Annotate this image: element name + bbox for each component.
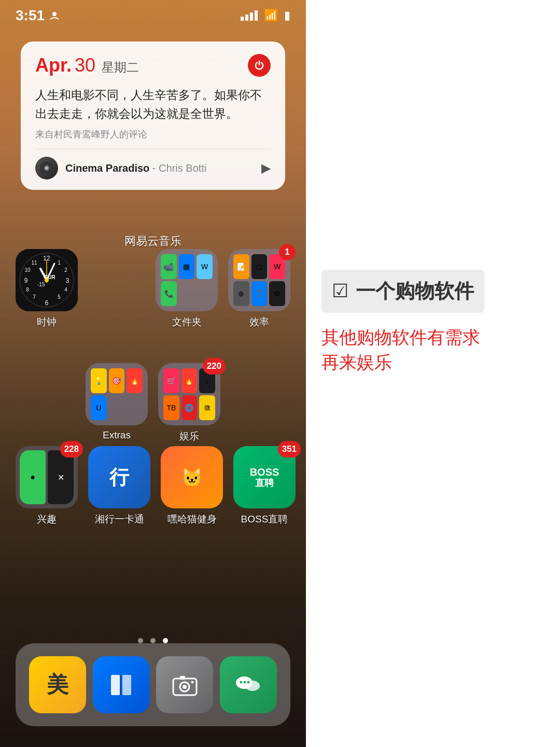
dock-item-meituan[interactable]: 美 [29, 656, 86, 713]
annotation-title: 一个购物软件 [356, 278, 474, 305]
wechat-svg [233, 669, 264, 700]
eff-mini-6: ⚙ [269, 281, 285, 306]
svg-text:3: 3 [66, 277, 69, 284]
person-icon [50, 11, 59, 20]
dock: 美 [16, 643, 290, 726]
app-item-clock[interactable]: 12 3 6 9 1 2 4 5 7 8 10 11 [16, 249, 78, 329]
time-display: 3:51 [16, 7, 45, 24]
page-dot-1 [138, 638, 143, 643]
app-item-entertainment[interactable]: 🛒 🔥 ♪ TB 🌐 微 220 娱乐 [158, 363, 220, 443]
dock-item-wechat[interactable] [220, 656, 277, 713]
clock-label: 时钟 [37, 315, 57, 329]
wifi-icon: 📶 [264, 9, 278, 22]
efficiency-icon: 📝 ◻ W ⊕ 🎵 ⚙ 1 [228, 249, 290, 311]
ent-mini-4: TB [163, 395, 179, 420]
widget-music[interactable]: Cinema Paradiso - Chris Botti ▶ [35, 157, 271, 179]
phone-screen: 3:51 📶 ▮ Apr. 30 星期二 [0, 0, 306, 747]
boss-badge: 351 [278, 441, 301, 458]
extras-icon: 💡 🎯 🔥 U [86, 363, 148, 425]
reader-icon [93, 656, 150, 713]
app-item-efficiency[interactable]: 📝 ◻ W ⊕ 🎵 ⚙ 1 效率 [228, 249, 290, 329]
svg-text:7: 7 [33, 294, 36, 300]
status-bar: 3:51 📶 ▮ [0, 0, 306, 31]
folder-label: 文件夹 [172, 315, 202, 329]
annotation-desc: 其他购物软件有需求再来娱乐 [321, 325, 480, 375]
svg-text:6: 6 [45, 299, 49, 307]
svg-text:8: 8 [26, 287, 29, 293]
status-icons: 📶 ▮ [241, 9, 290, 22]
clock-face: 12 3 6 9 1 2 4 5 7 8 10 11 [16, 249, 78, 311]
svg-text:10: 10 [24, 267, 31, 273]
meituan-icon: 美 [29, 656, 86, 713]
status-time: 3:51 [16, 7, 59, 24]
app-item-hehemao[interactable]: 🐱 嘿哈猫健身 [161, 446, 223, 526]
extras-label: Extras [103, 430, 131, 441]
annotation-box: ☑ 一个购物软件 [321, 270, 484, 313]
svg-point-34 [240, 681, 242, 684]
eff-mini-4: ⊕ [233, 281, 249, 306]
wechat-icon [220, 656, 277, 713]
svg-point-29 [183, 685, 187, 689]
app-item-folder[interactable]: 📹 ▦ W 📞 文件夹 [156, 249, 218, 329]
ext-mini-2: 🎯 [109, 368, 125, 393]
app-item-xiangxing[interactable]: 行 湘行一卡通 [88, 446, 150, 526]
folder-mini-4: 📞 [161, 281, 177, 306]
ext-mini-4: U [91, 395, 107, 420]
play-button[interactable]: ▶ [261, 161, 271, 175]
widget-month: Apr. [35, 54, 72, 76]
book-icon [107, 671, 135, 699]
widget-quote: 人生和电影不同，人生辛苦多了。如果你不出去走走，你就会以为这就是全世界。 [35, 86, 271, 123]
app-item-extras[interactable]: 💡 🎯 🔥 U Extras [86, 363, 148, 443]
page-dot-2 [150, 638, 156, 643]
svg-text:5: 5 [58, 294, 61, 300]
svg-text:9: 9 [24, 277, 28, 284]
dock-item-camera[interactable] [156, 656, 213, 713]
clock-widget: 12 3 6 9 1 2 4 5 7 8 10 11 [16, 249, 78, 311]
ent-mini-2: 🔥 [181, 368, 198, 393]
ext-mini-3: 🔥 [127, 368, 143, 393]
xiangxing-icon: 行 [88, 446, 150, 508]
xingqu-icon: ● ✕ 228 [16, 446, 78, 508]
xiangxing-label: 湘行一卡通 [95, 513, 144, 526]
svg-text:4: 4 [64, 287, 67, 293]
folder-icon: 📹 ▦ W 📞 [156, 249, 218, 311]
app-item-empty3 [231, 363, 290, 443]
svg-rect-24 [111, 675, 120, 695]
annotation-checkbox: ☑ [332, 280, 348, 302]
widget-day: 30 [75, 54, 95, 76]
ent-mini-6: 微 [199, 395, 215, 420]
annotation-text: 一个购物软件 [356, 278, 474, 305]
efficiency-badge: 1 [279, 244, 296, 260]
svg-rect-25 [122, 675, 131, 695]
svg-text:2: 2 [64, 267, 67, 273]
music-note-icon [39, 161, 54, 175]
app-item-xingqu[interactable]: ● ✕ 228 兴趣 [16, 446, 78, 526]
eff-mini-5: 🎵 [251, 281, 268, 306]
svg-text:1: 1 [58, 260, 61, 266]
power-button[interactable] [248, 54, 271, 77]
svg-point-31 [191, 681, 193, 683]
svg-rect-30 [180, 676, 185, 680]
app-grid-row3: ● ✕ 228 兴趣 行 湘行一卡通 🐱 嘿哈猫健身 BO [16, 446, 290, 526]
signal-icon [241, 10, 258, 21]
svg-text:CUR: CUR [44, 274, 55, 280]
entertainment-icon: 🛒 🔥 ♪ TB 🌐 微 220 [158, 363, 220, 425]
app-label-netease: 网易云音乐 [0, 233, 306, 249]
entertainment-badge: 220 [203, 358, 226, 375]
music-title: Cinema Paradiso [65, 162, 149, 174]
app-item-boss[interactable]: BOSS 直聘 351 BOSS直聘 [233, 446, 296, 526]
folder-mini-3: W [197, 254, 213, 279]
power-icon [254, 60, 264, 71]
eff-mini-1: 📝 [233, 254, 249, 279]
page-dot-3 [163, 638, 168, 643]
page-indicator [0, 638, 306, 643]
eff-mini-2: ◻ [251, 254, 268, 279]
camera-svg [171, 671, 199, 699]
dock-item-reader[interactable] [93, 656, 150, 713]
camera-icon-dock [156, 656, 213, 713]
svg-point-0 [52, 12, 57, 16]
widget-header: Apr. 30 星期二 [35, 54, 271, 77]
widget-source: 来自村民青鸾峰野人的评论 [35, 128, 271, 141]
ext-mini-1: 💡 [91, 368, 107, 393]
svg-point-36 [247, 681, 249, 684]
